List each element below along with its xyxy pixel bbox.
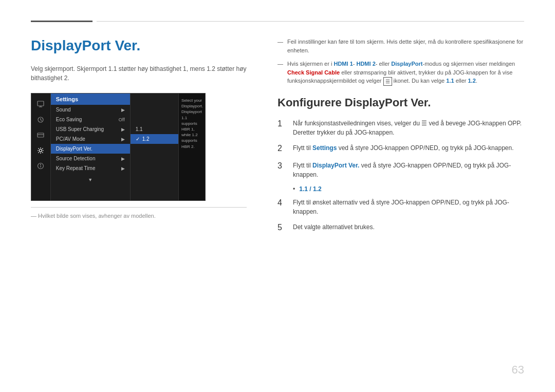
step-3: 3 Flytt til DisplayPort Ver. ved å styre… bbox=[278, 161, 524, 179]
settings-menu: Settings Sound ▶ Eco Saving Off USB Supe… bbox=[51, 94, 130, 200]
sidebar-icon-gear bbox=[33, 145, 48, 156]
sub-item-1-2: ✓ 1.2 bbox=[131, 134, 178, 144]
note-1: Feil innstillinger kan føre til tom skje… bbox=[278, 38, 524, 54]
sidebar-icon-picture bbox=[33, 129, 48, 141]
page-title: DisplayPort Ver. bbox=[31, 38, 247, 54]
svg-rect-0 bbox=[38, 101, 44, 106]
page-container: DisplayPort Ver. Velg skjermport. Skjerm… bbox=[0, 0, 555, 392]
sub-menu: 1.1 ✓ 1.2 bbox=[130, 94, 178, 200]
top-divider bbox=[31, 21, 524, 22]
sub-item-1-1: 1.1 bbox=[131, 124, 178, 134]
info-panel: Select your Displayport. Displayport 1.1… bbox=[178, 94, 205, 200]
right-column: Feil innstillinger kan føre til tom skje… bbox=[278, 38, 524, 371]
icon-sidebar bbox=[31, 94, 51, 200]
step-1: 1 Når funksjonstastveiledningen vises, v… bbox=[278, 119, 524, 137]
svg-point-11 bbox=[41, 164, 41, 165]
sidebar-icon-display bbox=[33, 99, 48, 110]
step-4: 4 Flytt til ønsket alternativ ved å styr… bbox=[278, 198, 524, 216]
menu-item-source-detection: Source Detection ▶ bbox=[51, 154, 130, 163]
menu-item-eco-saving: Eco Saving Off bbox=[51, 115, 130, 124]
step-5: 5 Det valgte alternativet brukes. bbox=[278, 222, 524, 234]
menu-item-sound: Sound ▶ bbox=[51, 105, 130, 115]
settings-header: Settings bbox=[51, 94, 130, 105]
section-title: Konfigurere DisplayPort Ver. bbox=[278, 96, 524, 109]
menu-item-pcav-mode: PC/AV Mode ▶ bbox=[51, 134, 130, 144]
page-number: 63 bbox=[512, 363, 524, 377]
step-2: 2 Flytt til Settings ved å styre JOG-kna… bbox=[278, 143, 524, 155]
steps-list: 1 Når funksjonstastveiledningen vises, v… bbox=[278, 119, 524, 234]
menu-item-usb-charging: USB Super Charging ▶ bbox=[51, 124, 130, 134]
caption-text: — Hvilket bilde som vises, avhenger av m… bbox=[31, 207, 247, 219]
top-line-light bbox=[97, 21, 524, 22]
intro-text: Velg skjermport. Skjermport 1.1 støtter … bbox=[31, 64, 247, 83]
svg-point-8 bbox=[40, 150, 42, 152]
monitor-ui: Settings Sound ▶ Eco Saving Off USB Supe… bbox=[31, 93, 206, 201]
sidebar-icon-info bbox=[33, 160, 48, 172]
sidebar-icon-arrow bbox=[33, 114, 48, 125]
bullet-versions: 1.1 / 1.2 bbox=[293, 185, 524, 193]
menu-item-displayport: DisplayPort Ver. bbox=[51, 144, 130, 154]
main-content: DisplayPort Ver. Velg skjermport. Skjerm… bbox=[31, 38, 524, 371]
left-column: DisplayPort Ver. Velg skjermport. Skjerm… bbox=[31, 38, 247, 371]
top-line-dark bbox=[31, 21, 92, 22]
menu-item-key-repeat: Key Repeat Time ▶ bbox=[51, 163, 130, 173]
svg-rect-6 bbox=[38, 133, 44, 137]
note-2: Hvis skjermen er i HDMI 1- HDMI 2- eller… bbox=[278, 60, 524, 86]
svg-line-5 bbox=[41, 120, 42, 121]
